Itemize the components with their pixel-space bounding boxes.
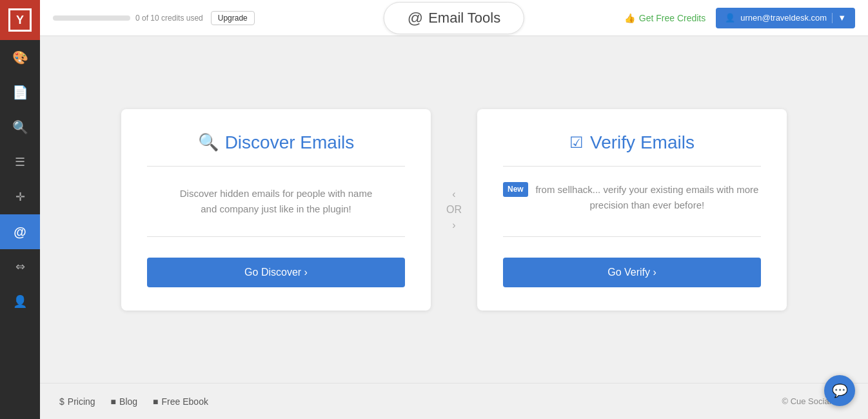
footer-links: $ Pricing ■ Blog ■ Free Ebook xyxy=(59,396,208,407)
verify-card-description: New from sellhack... verify your existin… xyxy=(503,182,761,221)
sidebar-logo[interactable]: Y xyxy=(0,0,40,40)
dollar-icon: $ xyxy=(59,396,64,407)
get-free-credits-link[interactable]: 👍 Get Free Credits xyxy=(624,13,705,23)
go-discover-button[interactable]: Go Discover › xyxy=(147,258,405,287)
get-free-credits-label: Get Free Credits xyxy=(639,13,705,23)
sidebar-item-search[interactable]: 🔍 xyxy=(0,110,40,145)
discover-card-divider xyxy=(147,166,405,167)
verify-check-icon: ☑ xyxy=(569,134,584,152)
sidebar-item-user[interactable]: 👤 xyxy=(0,284,40,319)
discover-card-title: 🔍 Discover Emails xyxy=(198,132,355,153)
crosshair-icon: ✛ xyxy=(15,190,25,204)
sidebar-item-transfer[interactable]: ⇔ xyxy=(0,249,40,284)
page-title-pill: @ Email Tools xyxy=(384,2,524,34)
or-divider: ‹ OR › xyxy=(431,189,477,231)
thumbs-up-icon: 👍 xyxy=(624,13,635,23)
main-area: 0 of 10 credits used Upgrade @ Email Too… xyxy=(40,0,868,419)
verify-card-divider-2 xyxy=(503,236,761,237)
user-btn-divider xyxy=(832,13,833,23)
topbar: 0 of 10 credits used Upgrade @ Email Too… xyxy=(40,0,868,36)
page-title: Email Tools xyxy=(428,10,500,26)
user-account-icon: 👤 xyxy=(725,13,735,23)
verify-card-title: ☑ Verify Emails xyxy=(569,132,695,153)
discover-card-description: Discover hidden emails for people with n… xyxy=(179,182,373,221)
topbar-left: 0 of 10 credits used Upgrade xyxy=(53,11,255,25)
sidebar-item-list[interactable]: ☰ xyxy=(0,145,40,179)
upgrade-button[interactable]: Upgrade xyxy=(211,11,255,25)
footer-blog-link[interactable]: ■ Blog xyxy=(111,396,138,407)
search-icon: 🔍 xyxy=(12,119,28,135)
email-icon: @ xyxy=(14,225,26,240)
user-account-button[interactable]: 👤 urnen@traveldesk.com ▼ xyxy=(716,8,855,28)
content-area: 🔍 Discover Emails Discover hidden emails… xyxy=(40,36,868,419)
footer: $ Pricing ■ Blog ■ Free Ebook © Cue Soci… xyxy=(40,383,868,419)
go-verify-button[interactable]: Go Verify › xyxy=(503,258,761,287)
credits-text: 0 of 10 credits used xyxy=(135,14,203,23)
transfer-icon: ⇔ xyxy=(15,260,25,274)
left-chevron-icon: ‹ xyxy=(452,189,455,200)
right-chevron-icon: › xyxy=(452,220,455,231)
sidebar-item-palette[interactable]: 🎨 xyxy=(0,40,40,75)
ebook-icon: ■ xyxy=(153,396,158,407)
document-icon: 📄 xyxy=(12,85,28,100)
discover-card-divider-2 xyxy=(147,236,405,237)
chat-icon: 💬 xyxy=(832,383,848,398)
blog-icon: ■ xyxy=(111,396,116,407)
sidebar-item-document[interactable]: 📄 xyxy=(0,75,40,110)
user-icon: 👤 xyxy=(13,294,27,309)
palette-icon: 🎨 xyxy=(12,50,28,65)
user-email: urnen@traveldesk.com xyxy=(740,13,827,23)
at-icon: @ xyxy=(408,9,423,27)
credits-bar-container: 0 of 10 credits used xyxy=(53,14,203,23)
credits-progress-bar xyxy=(53,15,130,21)
list-icon: ☰ xyxy=(15,155,25,169)
cards-area: 🔍 Discover Emails Discover hidden emails… xyxy=(40,36,868,383)
chat-bubble-button[interactable]: 💬 xyxy=(824,375,855,406)
discover-search-icon: 🔍 xyxy=(198,132,219,152)
sidebar-item-email[interactable]: @ xyxy=(0,214,40,249)
sidebar-item-crosshair[interactable]: ✛ xyxy=(0,179,40,214)
verify-card-divider xyxy=(503,166,761,167)
topbar-right: 👍 Get Free Credits 👤 urnen@traveldesk.co… xyxy=(624,8,855,28)
footer-pricing-link[interactable]: $ Pricing xyxy=(59,396,95,407)
footer-ebook-link[interactable]: ■ Free Ebook xyxy=(153,396,208,407)
logo-icon: Y xyxy=(8,8,32,32)
verify-emails-card: ☑ Verify Emails New from sellhack... ver… xyxy=(477,109,787,311)
topbar-center: @ Email Tools xyxy=(384,2,524,34)
dropdown-icon: ▼ xyxy=(838,13,846,23)
or-text: OR xyxy=(446,204,462,216)
sidebar: Y 🎨 📄 🔍 ☰ ✛ @ ⇔ 👤 xyxy=(0,0,40,419)
discover-emails-card: 🔍 Discover Emails Discover hidden emails… xyxy=(121,109,431,311)
new-badge: New xyxy=(503,182,528,197)
